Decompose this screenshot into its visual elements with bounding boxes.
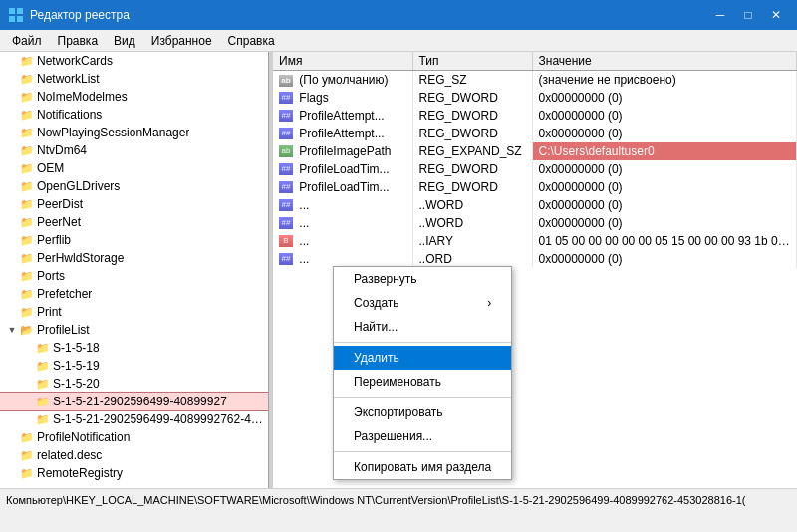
- folder-icon: 📁: [20, 180, 34, 193]
- folder-icon: 📁: [20, 91, 34, 104]
- ctx-separator-2: [334, 397, 511, 398]
- ctx-submenu-arrow: ›: [487, 296, 491, 310]
- reg-name: ## ...: [273, 250, 412, 268]
- tree-content[interactable]: 📁 NetworkCards 📁 NetworkList 📁 NoImeMode…: [0, 52, 268, 488]
- tree-item-s121-selected[interactable]: 📁 S-1-5-21-2902596499-40899927: [0, 393, 268, 410]
- folder-icon: 📁: [20, 127, 34, 139]
- content-area: 📁 NetworkCards 📁 NetworkList 📁 NoImeMode…: [0, 52, 797, 488]
- folder-icon: 📁: [20, 270, 34, 283]
- ctx-item-create[interactable]: Создать ›: [334, 291, 511, 315]
- folder-icon: 📁: [20, 144, 34, 157]
- reg-type: REG_DWORD: [412, 125, 532, 142]
- svg-rect-1: [17, 8, 23, 14]
- folder-icon: 📁: [20, 198, 34, 211]
- folder-icon: 📁: [20, 109, 34, 122]
- context-menu: Развернуть Создать › Найти... Удалить Пе…: [333, 266, 512, 480]
- table-row[interactable]: ## ProfileAttempt... REG_DWORD 0x0000000…: [273, 107, 797, 125]
- table-row[interactable]: ## ProfileLoadTim... REG_DWORD 0x0000000…: [273, 178, 797, 196]
- table-row[interactable]: ab ProfileImagePath REG_EXPAND_SZ C:\Use…: [273, 142, 797, 160]
- tree-item-ntvdm64[interactable]: 📁 NtvDm64: [0, 141, 268, 159]
- tree-label: PeerDist: [37, 197, 83, 211]
- tree-label: Prefetcher: [37, 287, 92, 301]
- maximize-button[interactable]: □: [735, 5, 761, 25]
- tree-label: PerHwldStorage: [37, 251, 124, 265]
- minimize-button[interactable]: ─: [707, 5, 733, 25]
- tree-item-profilelist[interactable]: ▼ 📂 ProfileList: [0, 321, 268, 339]
- folder-icon: 📁: [36, 378, 50, 391]
- tree-item-s119[interactable]: 📁 S-1-5-19: [0, 357, 268, 375]
- svg-rect-2: [9, 16, 15, 22]
- tree-item-peernet[interactable]: 📁 PeerNet: [0, 213, 268, 231]
- tree-item-s121-2[interactable]: 📁 S-1-5-21-2902596499-4089992762-453: [0, 410, 268, 428]
- reg-value: 0x00000000 (0): [532, 160, 797, 178]
- folder-icon: 📁: [20, 449, 34, 462]
- reg-sz-icon: ab: [279, 75, 293, 87]
- tree-label: Perflib: [37, 233, 71, 247]
- tree-label: PeerNet: [37, 215, 81, 229]
- tree-item-profilenotification[interactable]: 📁 ProfileNotification: [0, 428, 268, 446]
- folder-icon: 📁: [36, 360, 50, 373]
- table-row[interactable]: ## ... ..WORD 0x00000000 (0): [273, 196, 797, 214]
- reg-name: ## Flags: [273, 89, 412, 107]
- table-row[interactable]: ## ProfileLoadTim... REG_DWORD 0x0000000…: [273, 160, 797, 178]
- tree-item-related[interactable]: 📁 related.desc: [0, 446, 268, 464]
- reg-value: (значение не присвоено): [532, 71, 797, 89]
- table-row[interactable]: ## ... ..WORD 0x00000000 (0): [273, 214, 797, 232]
- app-icon: [8, 7, 24, 23]
- tree-item-networklist[interactable]: 📁 NetworkList: [0, 70, 268, 88]
- tree-item-s118[interactable]: 📁 S-1-5-18: [0, 339, 268, 357]
- reg-dword-icon: ##: [279, 163, 293, 175]
- ctx-item-find[interactable]: Найти...: [334, 315, 511, 339]
- folder-icon: 📁: [36, 396, 50, 408]
- reg-value: C:\Users\defaultuser0: [532, 142, 797, 160]
- ctx-item-expand[interactable]: Развернуть: [334, 267, 511, 291]
- tree-item-perflib[interactable]: 📁 Perflib: [0, 231, 268, 249]
- menu-file[interactable]: Файл: [4, 32, 50, 50]
- tree-item-prefetcher[interactable]: 📁 Prefetcher: [0, 285, 268, 303]
- ctx-item-permissions[interactable]: Разрешения...: [334, 424, 511, 448]
- tree-item-oem[interactable]: 📁 OEM: [0, 159, 268, 177]
- ctx-item-rename[interactable]: Переименовать: [334, 370, 511, 394]
- table-row[interactable]: ab (По умолчанию) REG_SZ (значение не пр…: [273, 71, 797, 89]
- registry-table: Имя Тип Значение ab (По умолчанию) REG_S…: [273, 52, 797, 268]
- tree-item-print[interactable]: 📁 Print: [0, 303, 268, 321]
- tree-item-peerdist[interactable]: 📁 PeerDist: [0, 195, 268, 213]
- tree-label: S-1-5-19: [53, 359, 100, 373]
- reg-name: ## ...: [273, 214, 412, 232]
- close-button[interactable]: ✕: [763, 5, 789, 25]
- col-value-header: Значение: [532, 52, 797, 71]
- menu-favorites[interactable]: Избранное: [143, 32, 220, 50]
- tree-item-notifications[interactable]: 📁 Notifications: [0, 106, 268, 124]
- ctx-item-delete[interactable]: Удалить: [334, 346, 511, 370]
- tree-pane: 📁 NetworkCards 📁 NetworkList 📁 NoImeMode…: [0, 52, 269, 488]
- table-row[interactable]: ## ... ..ORD 0x00000000 (0): [273, 250, 797, 268]
- tree-item-s120[interactable]: 📁 S-1-5-20: [0, 375, 268, 393]
- reg-value: 0x00000000 (0): [532, 250, 797, 268]
- tree-item-noime[interactable]: 📁 NoImeModelmes: [0, 88, 268, 106]
- tree-label: NowPlayingSessionManager: [37, 126, 189, 139]
- reg-dword-icon: ##: [279, 199, 293, 211]
- ctx-separator-1: [334, 342, 511, 343]
- menu-edit[interactable]: Правка: [50, 32, 107, 50]
- tree-item-ports[interactable]: 📁 Ports: [0, 267, 268, 285]
- tree-item-networkcards[interactable]: 📁 NetworkCards: [0, 52, 268, 70]
- reg-name: ## ProfileLoadTim...: [273, 160, 412, 178]
- folder-icon: 📁: [20, 55, 34, 68]
- table-row[interactable]: ## ProfileAttempt... REG_DWORD 0x0000000…: [273, 125, 797, 142]
- tree-item-nowplaying[interactable]: 📁 NowPlayingSessionManager: [0, 124, 268, 141]
- tree-item-perhwld[interactable]: 📁 PerHwldStorage: [0, 249, 268, 267]
- table-row[interactable]: B ... ..IARY 01 05 00 00 00 00 00 05 15 …: [273, 232, 797, 250]
- tree-label: S-1-5-20: [53, 377, 100, 391]
- folder-icon: 📁: [20, 216, 34, 229]
- tree-item-opengl[interactable]: 📁 OpenGLDrivers: [0, 177, 268, 195]
- folder-icon: 📁: [20, 288, 34, 301]
- ctx-item-export[interactable]: Экспортировать: [334, 400, 511, 424]
- tree-label: OpenGLDrivers: [37, 179, 120, 193]
- menu-view[interactable]: Вид: [106, 32, 143, 50]
- menu-help[interactable]: Справка: [220, 32, 283, 50]
- folder-icon: 📁: [20, 306, 34, 319]
- tree-label: NtvDm64: [37, 143, 87, 157]
- tree-item-remoteregistry[interactable]: 📁 RemoteRegistry: [0, 464, 268, 482]
- table-row[interactable]: ## Flags REG_DWORD 0x00000000 (0): [273, 89, 797, 107]
- ctx-item-copy-path[interactable]: Копировать имя раздела: [334, 455, 511, 479]
